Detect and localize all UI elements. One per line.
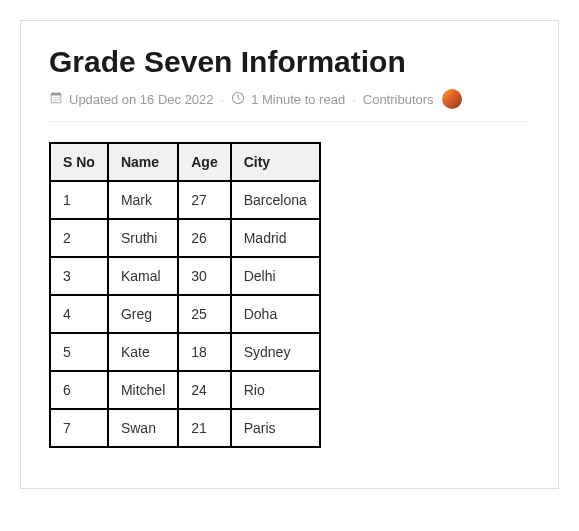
table-header-cell: Name — [108, 143, 178, 181]
separator-dot: · — [221, 92, 225, 107]
table-cell: Paris — [231, 409, 320, 447]
table-row: 6Mitchel24Rio — [50, 371, 320, 409]
table-cell: 3 — [50, 257, 108, 295]
page-title: Grade Seven Information — [49, 45, 530, 79]
table-cell: Sruthi — [108, 219, 178, 257]
table-cell: 27 — [178, 181, 230, 219]
table-cell: 4 — [50, 295, 108, 333]
table-cell: 1 — [50, 181, 108, 219]
table-cell: 7 — [50, 409, 108, 447]
table-cell: Mark — [108, 181, 178, 219]
table-cell: 18 — [178, 333, 230, 371]
table-cell: Madrid — [231, 219, 320, 257]
table-cell: 30 — [178, 257, 230, 295]
table-cell: 25 — [178, 295, 230, 333]
table-cell: 21 — [178, 409, 230, 447]
table-header-row: S No Name Age City — [50, 143, 320, 181]
table-cell: 26 — [178, 219, 230, 257]
table-cell: 2 — [50, 219, 108, 257]
table-cell: Sydney — [231, 333, 320, 371]
contributors-label: Contributors — [363, 92, 434, 107]
table-cell: Delhi — [231, 257, 320, 295]
clock-icon — [231, 91, 245, 108]
table-cell: Barcelona — [231, 181, 320, 219]
table-header-cell: Age — [178, 143, 230, 181]
table-cell: Kate — [108, 333, 178, 371]
table-cell: 6 — [50, 371, 108, 409]
table-row: 2Sruthi26Madrid — [50, 219, 320, 257]
table-row: 1Mark27Barcelona — [50, 181, 320, 219]
table-row: 3Kamal30Delhi — [50, 257, 320, 295]
data-table-wrap: S No Name Age City 1Mark27Barcelona2Srut… — [49, 142, 321, 448]
table-cell: Greg — [108, 295, 178, 333]
separator-dot: · — [352, 92, 356, 107]
data-table: S No Name Age City 1Mark27Barcelona2Srut… — [49, 142, 321, 448]
calendar-icon — [49, 91, 63, 108]
table-cell: 5 — [50, 333, 108, 371]
avatar[interactable] — [442, 89, 462, 109]
table-row: 5Kate18Sydney — [50, 333, 320, 371]
table-cell: Doha — [231, 295, 320, 333]
table-cell: 24 — [178, 371, 230, 409]
table-row: 7Swan21Paris — [50, 409, 320, 447]
table-header-cell: City — [231, 143, 320, 181]
document-card: Grade Seven Information Updated on 16 De… — [20, 20, 559, 489]
read-time-text: 1 Minute to read — [251, 92, 345, 107]
table-cell: Mitchel — [108, 371, 178, 409]
updated-text: Updated on 16 Dec 2022 — [69, 92, 214, 107]
meta-row: Updated on 16 Dec 2022 · 1 Minute to rea… — [49, 89, 530, 122]
table-cell: Rio — [231, 371, 320, 409]
table-row: 4Greg25Doha — [50, 295, 320, 333]
table-body: 1Mark27Barcelona2Sruthi26Madrid3Kamal30D… — [50, 181, 320, 447]
table-cell: Kamal — [108, 257, 178, 295]
table-cell: Swan — [108, 409, 178, 447]
table-header-cell: S No — [50, 143, 108, 181]
